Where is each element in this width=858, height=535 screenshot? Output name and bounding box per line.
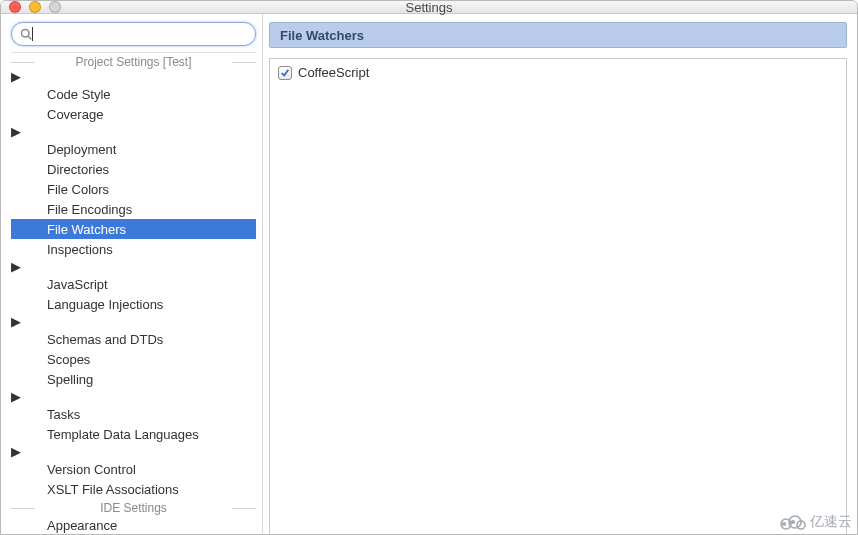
sidebar-item-directories[interactable]: Directories [11,159,256,179]
checkmark-icon [280,68,290,78]
sidebar-item-appearance[interactable]: Appearance [11,515,256,535]
text-cursor [32,27,33,41]
sidebar-item-deployment[interactable]: Deployment [11,139,256,159]
sidebar: Project Settings [Test] ▶Code Style Cove… [1,14,263,535]
svg-line-1 [28,36,31,39]
sidebar-item-spelling[interactable]: Spelling [11,369,256,389]
sidebar-item-xslt-file-associations[interactable]: XSLT File Associations [11,479,256,499]
sidebar-item-template-data-languages[interactable]: Template Data Languages [11,424,256,444]
sidebar-item-scopes[interactable]: Scopes [11,349,256,369]
settings-tree: Project Settings [Test] ▶Code Style Cove… [11,52,256,535]
search-icon [20,28,32,40]
watchers-list-body: CoffeeScript [270,59,846,535]
watcher-checkbox[interactable] [278,66,292,80]
panel-title: File Watchers [269,22,847,48]
sidebar-item-version-control[interactable]: Version Control [11,459,256,479]
disclosure-icon[interactable]: ▶ [11,314,21,329]
watchers-list: CoffeeScript + ✎ − ▲ ▼ ⧉ [269,58,847,535]
settings-window: Settings Project Settings [Test] ▶Code S… [0,0,858,535]
sidebar-item-language-injections[interactable]: Language Injections [11,294,256,314]
content-area: Project Settings [Test] ▶Code Style Cove… [1,14,857,535]
svg-point-0 [22,30,30,38]
disclosure-icon[interactable]: ▶ [11,444,21,459]
sidebar-item-javascript[interactable]: JavaScript [11,274,256,294]
watcher-row[interactable]: CoffeeScript [274,63,842,82]
sidebar-item-file-encodings[interactable]: File Encodings [11,199,256,219]
sidebar-item-inspections[interactable]: Inspections [11,239,256,259]
disclosure-icon[interactable]: ▶ [11,259,21,274]
sidebar-item-schemas-dtds[interactable]: Schemas and DTDs [11,329,256,349]
disclosure-icon[interactable]: ▶ [11,389,21,404]
section-ide-settings: IDE Settings [11,501,256,515]
disclosure-icon[interactable]: ▶ [11,124,21,139]
search-field-wrap[interactable] [11,22,256,46]
disclosure-icon[interactable]: ▶ [11,69,21,84]
section-project-settings: Project Settings [Test] [11,55,256,69]
watcher-label: CoffeeScript [298,65,369,80]
window-title: Settings [1,0,857,15]
sidebar-item-tasks[interactable]: Tasks [11,404,256,424]
sidebar-item-coverage[interactable]: Coverage [11,104,256,124]
sidebar-item-file-watchers[interactable]: File Watchers [11,219,256,239]
search-input[interactable] [37,27,247,42]
sidebar-item-code-style[interactable]: Code Style [11,84,256,104]
sidebar-item-file-colors[interactable]: File Colors [11,179,256,199]
titlebar: Settings [1,1,857,14]
main-panel: File Watchers CoffeeScript + ✎ − ▲ ▼ [263,14,857,535]
